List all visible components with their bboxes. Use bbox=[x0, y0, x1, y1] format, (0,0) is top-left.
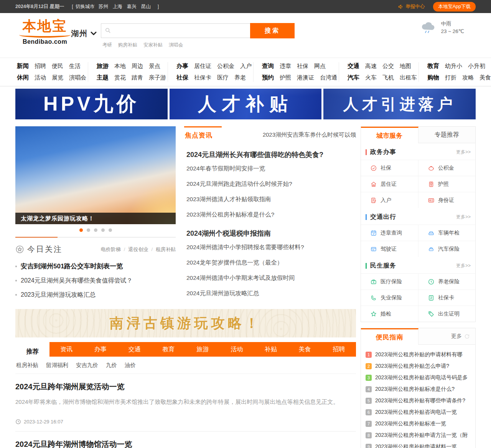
service-nianjian[interactable]: 车辆年检 bbox=[418, 225, 475, 241]
nav-link[interactable]: 违章 bbox=[280, 63, 291, 70]
service-huzhao[interactable]: 护照 bbox=[418, 176, 475, 192]
sub-link[interactable]: 安吉九价 bbox=[76, 362, 98, 369]
nav-link[interactable]: 地图 bbox=[400, 63, 411, 70]
focus-item[interactable]: 2023湖州德清人才补贴领取指南 bbox=[186, 192, 356, 207]
today-tag[interactable]: 租房补贴 bbox=[156, 246, 176, 253]
tab-affairs[interactable]: 办事 bbox=[84, 342, 118, 357]
focus-item[interactable]: 2023湖州公租房补贴标准是什么? bbox=[186, 207, 356, 222]
carousel-dot[interactable] bbox=[109, 228, 112, 232]
guide-item[interactable]: 72023湖州公租房补贴标准一览 bbox=[366, 418, 471, 430]
hot-word[interactable]: 安家补贴 bbox=[143, 42, 163, 48]
service-hunjian[interactable]: 婚检 bbox=[361, 306, 418, 322]
nav-link[interactable]: 购物 bbox=[427, 74, 439, 82]
banner-talent-settle[interactable]: 人才引进落户 bbox=[323, 89, 476, 119]
hot-word[interactable]: 考研 bbox=[102, 42, 112, 48]
focus-item[interactable]: 2024年春节假期时间安排一览 bbox=[186, 161, 356, 176]
tab-guide[interactable]: 便民指南 bbox=[361, 328, 419, 345]
more-link[interactable]: 更多>> bbox=[456, 214, 471, 220]
nav-link[interactable]: 演唱会 bbox=[69, 74, 86, 81]
nav-link[interactable]: 入户 bbox=[240, 63, 252, 70]
nav-link[interactable]: 新闻 bbox=[17, 62, 29, 70]
nav-link[interactable]: 攻略 bbox=[462, 74, 474, 81]
service-shebao[interactable]: 社保 bbox=[361, 160, 418, 176]
tab-travel[interactable]: 旅游 bbox=[186, 342, 220, 357]
carousel-dot[interactable] bbox=[79, 228, 83, 232]
focus-top-link[interactable]: 2023湖州安吉乘车券什么时候可以领 bbox=[263, 131, 356, 139]
focus-item[interactable]: 2024元旦湖州跑走跑活动什么时候开始? bbox=[186, 176, 356, 192]
nav-link[interactable]: 主题 bbox=[97, 74, 109, 82]
hot-word[interactable]: 购房补贴 bbox=[118, 42, 137, 48]
sub-link[interactable]: 油价 bbox=[125, 362, 136, 369]
city-link-shanghai[interactable]: 上海 bbox=[113, 3, 122, 10]
nav-link[interactable]: 公积金 bbox=[217, 63, 234, 70]
nav-link[interactable]: 打折 bbox=[445, 74, 456, 81]
service-shenfenzheng[interactable]: 身份证 bbox=[418, 192, 475, 208]
nav-link[interactable]: 汽车 bbox=[348, 74, 359, 82]
hot-word[interactable]: 演唱会 bbox=[169, 42, 183, 48]
nav-link[interactable]: 踏青 bbox=[132, 74, 143, 81]
nav-link[interactable]: 社保 bbox=[297, 63, 308, 70]
tab-recommend[interactable]: 推荐 bbox=[15, 342, 49, 361]
guide-item[interactable]: 32023湖州公租房补贴咨询电话号码是多 bbox=[366, 372, 471, 384]
city-link-kunshan[interactable]: 昆山 bbox=[141, 3, 151, 10]
nav-link[interactable]: 幼升小 bbox=[445, 63, 462, 70]
carousel-dot[interactable] bbox=[101, 228, 105, 232]
tab-traffic[interactable]: 交通 bbox=[117, 342, 152, 357]
nav-link[interactable]: 周边 bbox=[132, 63, 143, 70]
app-download-button[interactable]: 本地宝App下载 bbox=[433, 2, 476, 12]
article-title[interactable]: 2024元旦跨年湖州展览活动一览 bbox=[15, 382, 356, 392]
tab-jobs[interactable]: 招聘 bbox=[322, 342, 356, 357]
nav-link[interactable]: 便民 bbox=[52, 63, 63, 70]
focus-item[interactable]: 2024元旦湖州游玩攻略汇总 bbox=[186, 286, 356, 301]
nav-link[interactable]: 火车 bbox=[365, 74, 377, 81]
search-button[interactable]: 搜索 bbox=[250, 23, 295, 38]
nav-link[interactable]: 活动 bbox=[35, 74, 46, 81]
nav-link[interactable]: 办事 bbox=[176, 62, 188, 70]
tab-city-services[interactable]: 城市服务 bbox=[361, 127, 419, 143]
tab-activity[interactable]: 活动 bbox=[220, 342, 254, 357]
focus-tab[interactable]: 焦点资讯 bbox=[184, 126, 222, 144]
carousel-dot[interactable] bbox=[94, 228, 97, 232]
carousel-slide[interactable]: 太湖龙之梦乐园游玩攻略！ bbox=[15, 126, 176, 224]
service-juzhuzheng[interactable]: 居住证 bbox=[361, 176, 418, 192]
report-center-link[interactable]: 举报中心 bbox=[398, 3, 425, 10]
nav-link[interactable]: 交通 bbox=[348, 62, 359, 70]
service-ruhu[interactable]: 入户 bbox=[361, 192, 418, 208]
nav-link[interactable]: 旅游 bbox=[97, 62, 109, 70]
service-qichebaoxian[interactable]: 汽车保险 bbox=[418, 241, 475, 257]
nav-link[interactable]: 出租车 bbox=[400, 74, 417, 81]
today-tag[interactable]: 电价阶梯 bbox=[101, 246, 129, 253]
sub-link[interactable]: 租房补贴 bbox=[16, 362, 38, 369]
nav-link[interactable]: 医疗 bbox=[217, 74, 229, 81]
nav-link[interactable]: 展览 bbox=[52, 74, 63, 81]
sub-link[interactable]: 留湖福利 bbox=[46, 362, 68, 369]
nav-link[interactable]: 养老 bbox=[234, 74, 246, 81]
city-selector[interactable]: 湖州 bbox=[71, 28, 97, 39]
nav-link[interactable]: 护照 bbox=[280, 74, 291, 81]
service-weizhang[interactable]: 违章查询 bbox=[361, 225, 418, 241]
site-logo[interactable]: 本地宝 Bendibao.com bbox=[16, 18, 74, 45]
carousel-dot[interactable] bbox=[87, 228, 90, 232]
nav-link[interactable]: 招聘 bbox=[35, 63, 46, 70]
banner-talent-subsidy[interactable]: 人才补贴 bbox=[170, 89, 322, 119]
nav-link[interactable]: 网点 bbox=[314, 63, 326, 70]
focus-item[interactable]: 2024龙年贺岁摆件信息一览（最全） bbox=[186, 255, 356, 270]
today-tag[interactable]: 退役创业 bbox=[128, 246, 156, 253]
tab-education[interactable]: 教育 bbox=[152, 342, 186, 357]
nav-link[interactable]: 美食 bbox=[479, 74, 491, 81]
nav-link[interactable]: 景点 bbox=[149, 63, 160, 70]
nav-link[interactable]: 小升初 bbox=[468, 63, 485, 70]
focus-headline[interactable]: 2024元旦湖州长兴有哪些值得吃的特色美食? bbox=[186, 150, 356, 159]
today-item[interactable]: 2023元旦湖州游玩攻略汇总 bbox=[15, 288, 176, 302]
guide-item[interactable]: 82023湖州公租房补贴申请方法一览（附 bbox=[366, 430, 471, 441]
focus-item[interactable]: 2024湖州德清中小学招聘报名需要哪些材料? bbox=[186, 240, 356, 255]
city-link-suzhou[interactable]: 苏州 bbox=[99, 3, 108, 10]
nav-link[interactable]: 教育 bbox=[427, 62, 439, 70]
today-item[interactable]: 安吉到湖州501路公交车时刻表一览 bbox=[15, 259, 176, 273]
nav-link[interactable]: 台湾通 bbox=[320, 74, 337, 81]
service-shiyebaoxian[interactable]: 失业保险 bbox=[361, 289, 418, 306]
tab-subsidy[interactable]: 补贴 bbox=[254, 342, 288, 357]
search-input[interactable] bbox=[101, 23, 250, 38]
nav-link[interactable]: 生活 bbox=[69, 63, 81, 70]
nav-link[interactable]: 居住证 bbox=[194, 63, 211, 70]
